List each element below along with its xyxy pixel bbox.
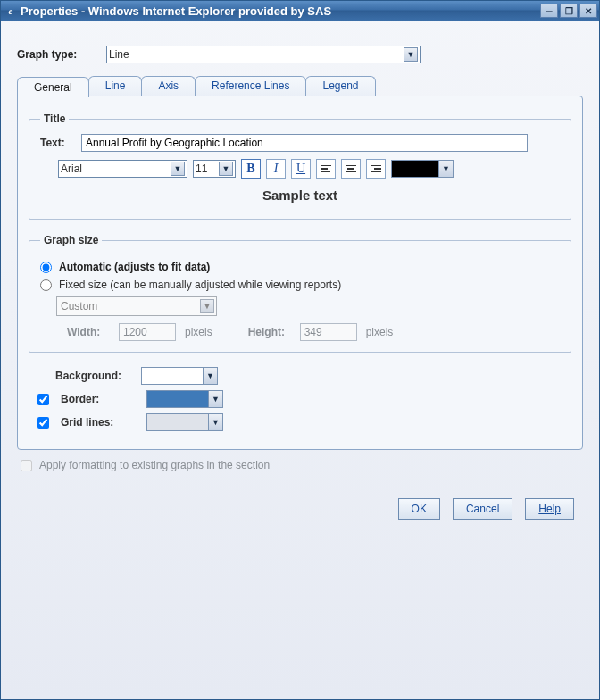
- ie-icon: e: [4, 4, 17, 17]
- tab-axis[interactable]: Axis: [141, 76, 196, 96]
- height-input: [300, 323, 357, 341]
- chevron-down-icon: ▼: [203, 368, 217, 384]
- chevron-down-icon: ▼: [171, 162, 185, 176]
- width-label: Width:: [67, 326, 110, 338]
- width-height-row: Width: pixels Height: pixels: [67, 323, 560, 341]
- align-center-button[interactable]: [341, 159, 361, 179]
- chevron-down-icon: ▼: [200, 299, 214, 313]
- graph-type-label: Graph type:: [17, 48, 106, 61]
- graph-size-legend: Graph size: [40, 234, 102, 246]
- background-label: Background:: [55, 370, 132, 382]
- tab-reference-lines[interactable]: Reference Lines: [195, 76, 306, 96]
- size-auto-radio-row[interactable]: Automatic (adjusts to fit data): [40, 261, 560, 273]
- width-input: [119, 323, 176, 341]
- dialog-buttons: OK Cancel Help: [17, 498, 574, 520]
- graph-type-value: Line: [109, 48, 129, 61]
- title-legend: Title: [40, 112, 69, 125]
- window-title: Properties - Windows Internet Explorer p…: [21, 4, 538, 18]
- custom-size-select: Custom ▼: [56, 296, 217, 316]
- italic-button[interactable]: I: [266, 159, 286, 179]
- size-fixed-radio-row[interactable]: Fixed size (can be manually adjusted whi…: [40, 279, 560, 291]
- titlebar: e Properties - Windows Internet Explorer…: [1, 1, 599, 21]
- font-size-value: 11: [196, 162, 207, 175]
- font-name-value: Arial: [61, 162, 82, 175]
- height-label: Height:: [248, 326, 291, 338]
- help-button[interactable]: Help: [525, 498, 574, 520]
- tab-panel-general: Title Text: Arial ▼ 11 ▼ B I U: [17, 96, 583, 450]
- apply-formatting-label: Apply formatting to existing graphs in t…: [39, 459, 270, 471]
- graph-type-select[interactable]: Line ▼: [106, 46, 421, 63]
- background-row: Background: ▼: [34, 367, 571, 385]
- close-button[interactable]: ✕: [579, 4, 597, 18]
- underline-button[interactable]: U: [291, 159, 311, 179]
- title-fieldset: Title Text: Arial ▼ 11 ▼ B I U: [29, 112, 571, 220]
- title-text-label: Text:: [40, 137, 76, 149]
- background-color-picker[interactable]: ▼: [141, 367, 218, 385]
- border-row: Border: ▼: [34, 390, 571, 408]
- size-fixed-label: Fixed size (can be manually adjusted whi…: [59, 279, 341, 291]
- width-pixels-label: pixels: [185, 326, 212, 338]
- border-color-picker[interactable]: ▼: [146, 390, 223, 408]
- custom-size-value: Custom: [61, 300, 97, 312]
- gridlines-checkbox[interactable]: [38, 417, 49, 429]
- tab-line[interactable]: Line: [88, 76, 143, 96]
- chevron-down-icon: ▼: [219, 162, 233, 176]
- ok-button[interactable]: OK: [398, 498, 440, 520]
- chevron-down-icon: ▼: [438, 161, 453, 177]
- border-checkbox[interactable]: [38, 394, 49, 405]
- tab-legend[interactable]: Legend: [305, 76, 375, 96]
- maximize-button[interactable]: ❐: [560, 4, 578, 18]
- properties-window: e Properties - Windows Internet Explorer…: [0, 0, 600, 700]
- graph-size-fieldset: Graph size Automatic (adjusts to fit dat…: [29, 234, 571, 353]
- border-label: Border:: [61, 393, 138, 405]
- gridlines-color-picker[interactable]: ▼: [146, 413, 223, 431]
- height-pixels-label: pixels: [366, 326, 394, 338]
- cancel-button[interactable]: Cancel: [453, 498, 512, 520]
- chevron-down-icon: ▼: [404, 47, 418, 62]
- align-left-button[interactable]: [316, 159, 336, 179]
- format-toolbar: Arial ▼ 11 ▼ B I U ▼: [58, 159, 560, 179]
- chevron-down-icon: ▼: [208, 391, 222, 407]
- minimize-button[interactable]: ─: [540, 4, 558, 18]
- size-auto-label: Automatic (adjusts to fit data): [59, 261, 210, 273]
- tab-strip: General Line Axis Reference Lines Legend: [17, 76, 583, 96]
- gridlines-label: Grid lines:: [61, 416, 138, 429]
- font-name-select[interactable]: Arial ▼: [58, 160, 188, 178]
- bold-button[interactable]: B: [241, 159, 261, 179]
- apply-formatting-row: Apply formatting to existing graphs in t…: [21, 459, 583, 471]
- align-right-button[interactable]: [366, 159, 386, 179]
- tab-general[interactable]: General: [17, 77, 89, 97]
- color-swatch-blue: [147, 391, 208, 407]
- size-fixed-radio[interactable]: [40, 279, 52, 291]
- apply-formatting-checkbox: [21, 460, 32, 471]
- font-color-picker[interactable]: ▼: [391, 160, 454, 178]
- content-area: Graph type: Line ▼ General Line Axis Ref…: [1, 21, 599, 529]
- title-text-input[interactable]: [81, 134, 528, 152]
- sample-text: Sample text: [40, 188, 560, 203]
- size-auto-radio[interactable]: [40, 262, 52, 273]
- color-swatch-grey: [147, 414, 208, 430]
- font-size-select[interactable]: 11 ▼: [193, 160, 236, 178]
- color-swatch-black: [392, 161, 438, 177]
- chevron-down-icon: ▼: [208, 414, 222, 430]
- gridlines-row: Grid lines: ▼: [34, 413, 571, 431]
- color-swatch-white: [142, 368, 203, 384]
